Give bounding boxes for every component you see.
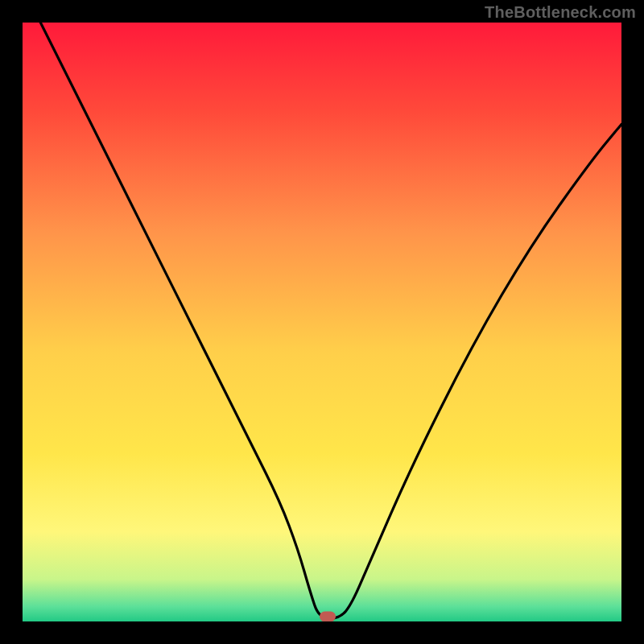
watermark-text: TheBottleneck.com	[485, 3, 636, 22]
optimum-marker	[320, 612, 336, 621]
bottleneck-curve	[40, 23, 621, 618]
curve-layer	[23, 23, 621, 621]
chart-stage: TheBottleneck.com	[0, 0, 644, 644]
plot-area	[23, 23, 621, 621]
